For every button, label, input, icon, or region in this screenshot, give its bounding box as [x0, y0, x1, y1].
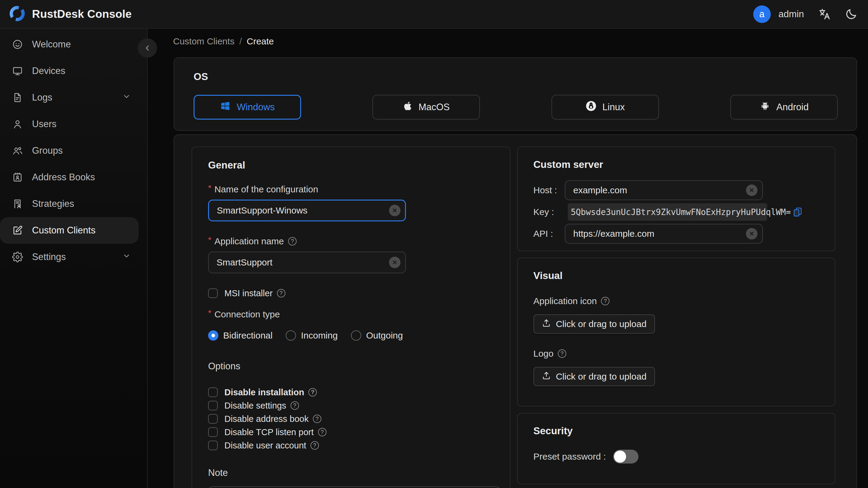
name-config-input[interactable] [208, 200, 406, 221]
name-config-label: * Name of the configuration [208, 184, 494, 195]
top-bar: RustDesk Console a admin [0, 0, 868, 29]
radio-icon[interactable] [351, 330, 361, 341]
radio-selected-icon[interactable] [208, 330, 218, 341]
api-label: API : [533, 228, 565, 239]
disable-installation-checkbox[interactable] [208, 388, 218, 397]
upload-icon [542, 371, 551, 382]
visual-card: Visual Application icon ? Click or [517, 257, 835, 406]
upload-button-label: Click or drag to upload [556, 319, 646, 329]
application-name-label: * Application name ? [208, 236, 494, 247]
help-icon[interactable]: ? [310, 441, 319, 450]
app-title: RustDesk Console [32, 8, 132, 21]
disable-settings-checkbox[interactable] [208, 401, 218, 410]
help-icon[interactable]: ? [290, 401, 299, 410]
configuration-card: General * Name of the configuration ✕ * … [174, 134, 857, 488]
avatar[interactable]: a [753, 5, 771, 23]
help-icon[interactable]: ? [558, 349, 566, 358]
sidebar-item-address-books[interactable]: Address Books [0, 164, 138, 190]
key-value: 5Qbwsde3unUcJBtrx9ZkvUmwFNoExHzpryHuPUdq… [571, 207, 791, 217]
host-row: Host : ✕ [533, 180, 819, 200]
os-card: OS Windows [174, 57, 857, 131]
application-name-input[interactable] [208, 251, 406, 273]
sidebar-item-users[interactable]: Users [0, 111, 138, 138]
os-options-row: Windows MacOS [194, 95, 838, 120]
dark-mode-moon-icon[interactable] [845, 8, 857, 20]
options-list: Disable installation? Disable settings? … [208, 387, 494, 451]
os-button-macos[interactable]: MacOS [372, 95, 480, 120]
username: admin [779, 9, 804, 20]
application-icon-upload-button[interactable]: Click or drag to upload [533, 314, 655, 334]
host-input-wrap: ✕ [565, 180, 763, 200]
radio-incoming[interactable]: Incoming [286, 330, 338, 341]
logo-upload-button[interactable]: Click or drag to upload [533, 367, 655, 386]
os-button-linux[interactable]: Linux [552, 95, 659, 120]
sidebar-collapse-button[interactable] [138, 38, 157, 58]
translate-icon[interactable] [818, 7, 831, 21]
connection-type-label: * Connection type [208, 309, 494, 320]
disable-user-account-checkbox[interactable] [208, 440, 218, 450]
os-heading: OS [194, 70, 838, 83]
sidebar-item-groups[interactable]: Groups [0, 138, 138, 164]
help-icon[interactable]: ? [288, 237, 297, 245]
radio-icon[interactable] [286, 330, 296, 341]
chevron-down-icon [122, 251, 131, 263]
sidebar-item-settings[interactable]: Settings [0, 244, 138, 270]
option-disable-address-book: Disable address book? [208, 414, 494, 424]
preset-password-row: Preset password : [533, 450, 819, 463]
application-name-input-wrap: ✕ [208, 251, 406, 273]
help-icon[interactable]: ? [313, 415, 321, 423]
sidebar-item-strategies[interactable]: Strategies [0, 190, 138, 217]
host-input[interactable] [565, 180, 763, 200]
clear-icon[interactable]: ✕ [389, 205, 401, 216]
key-row: Key : 5Qbwsde3unUcJBtrx9ZkvUmwFNoExHzpry… [533, 203, 819, 221]
required-marker: * [208, 235, 211, 245]
help-icon[interactable]: ? [601, 297, 610, 305]
note-label: Note [208, 467, 494, 478]
custom-server-card: Custom server Host : ✕ Key : [517, 147, 835, 251]
clear-icon[interactable]: ✕ [389, 257, 401, 268]
sidebar-item-label: Devices [32, 65, 65, 77]
clear-icon[interactable]: ✕ [746, 228, 757, 240]
security-heading: Security [533, 424, 819, 437]
copy-icon[interactable] [793, 207, 802, 217]
preset-password-toggle[interactable] [613, 450, 639, 463]
radio-bidirectional[interactable]: Bidirectional [208, 330, 272, 341]
os-button-windows[interactable]: Windows [194, 95, 301, 120]
top-bar-right: a admin [753, 5, 857, 23]
clear-icon[interactable]: ✕ [746, 184, 757, 196]
sidebar-item-welcome[interactable]: Welcome [0, 31, 138, 58]
os-button-label: Linux [602, 102, 625, 113]
help-icon[interactable]: ? [308, 388, 317, 396]
help-icon[interactable]: ? [277, 289, 285, 298]
file-icon [12, 92, 23, 103]
chevron-left-icon [143, 43, 152, 53]
breadcrumb-parent-link[interactable]: Custom Clients [173, 36, 235, 47]
gear-icon [12, 251, 23, 263]
sidebar-item-devices[interactable]: Devices [0, 58, 138, 84]
api-input[interactable] [565, 224, 763, 244]
security-card: Security Preset password : [517, 413, 835, 484]
windows-icon [220, 100, 231, 114]
smiley-icon [12, 39, 23, 50]
users-icon [12, 145, 23, 156]
user-menu[interactable]: a admin [753, 5, 804, 23]
disable-address-book-checkbox[interactable] [208, 414, 218, 424]
rustdesk-logo-icon [9, 5, 25, 23]
application-icon-label: Application icon ? [533, 296, 819, 306]
sidebar-item-logs[interactable]: Logs [0, 84, 138, 111]
option-disable-user-account: Disable user account? [208, 440, 494, 451]
sidebar-item-custom-clients[interactable]: Custom Clients [0, 217, 138, 244]
help-icon[interactable]: ? [318, 428, 327, 436]
msi-installer-checkbox[interactable] [208, 288, 218, 298]
sidebar-item-label: Settings [32, 251, 66, 263]
name-config-input-wrap: ✕ [208, 200, 406, 221]
edit-icon [12, 225, 23, 236]
logo-label: Logo ? [533, 348, 819, 359]
note-textarea[interactable] [208, 486, 500, 488]
os-button-android[interactable]: Android [730, 95, 838, 120]
rustdesk-console-app: RustDesk Console a admin [0, 0, 868, 488]
radio-outgoing[interactable]: Outgoing [351, 330, 403, 341]
connection-type-radios: Bidirectional Incoming Outgoing [208, 330, 494, 341]
disable-tcp-listen-port-checkbox[interactable] [208, 427, 218, 437]
api-row: API : ✕ [533, 224, 819, 244]
